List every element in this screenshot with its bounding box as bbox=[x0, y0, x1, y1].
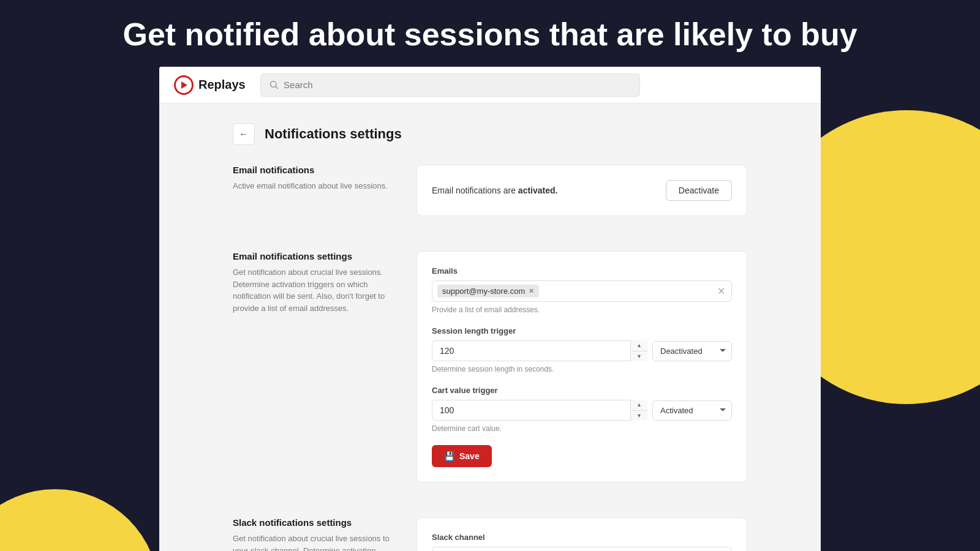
session-length-up-btn[interactable]: ▴ bbox=[631, 340, 647, 351]
email-settings-card: Emails support@my-store.com ✕ ✕ Provide … bbox=[417, 251, 747, 482]
emails-form-group: Emails support@my-store.com ✕ ✕ Provide … bbox=[432, 266, 732, 314]
chip-remove-icon[interactable]: ✕ bbox=[529, 287, 534, 295]
session-length-row: ▴ ▾ Deactivated Activated bbox=[432, 340, 732, 361]
app-header: Replays bbox=[159, 67, 821, 103]
email-notif-status-bold: activated. bbox=[518, 186, 558, 195]
divider-1 bbox=[233, 233, 747, 234]
email-settings-desc: Get notification about crucial live sess… bbox=[233, 266, 392, 314]
cart-value-input[interactable] bbox=[432, 400, 647, 421]
cart-value-form-group: Cart value trigger ▴ ▾ bbox=[432, 386, 732, 433]
session-length-spinner: ▴ ▾ bbox=[630, 340, 647, 361]
logo-text: Replays bbox=[198, 78, 246, 92]
emails-label: Emails bbox=[432, 266, 732, 276]
section-left-slack: Slack notifications settings Get notific… bbox=[233, 517, 392, 551]
hero-title: Get notified about sessions that are lik… bbox=[0, 0, 980, 67]
session-length-down-btn[interactable]: ▾ bbox=[631, 351, 647, 362]
email-chip-text: support@my-store.com bbox=[442, 287, 525, 296]
slack-settings-title: Slack notifications settings bbox=[233, 517, 392, 528]
email-notifications-desc: Active email notification about live ses… bbox=[233, 180, 392, 192]
save-button[interactable]: 💾 Save bbox=[432, 445, 492, 467]
session-length-input[interactable] bbox=[432, 340, 647, 361]
section-right-email-settings: Emails support@my-store.com ✕ ✕ Provide … bbox=[417, 251, 747, 482]
email-chips-container[interactable]: support@my-store.com ✕ ✕ bbox=[432, 280, 732, 302]
email-settings-section: Email notifications settings Get notific… bbox=[233, 251, 747, 482]
email-settings-title: Email notifications settings bbox=[233, 251, 392, 261]
cart-value-spinner: ▴ ▾ bbox=[630, 400, 647, 421]
cart-value-input-wrapper: ▴ ▾ bbox=[432, 400, 647, 421]
session-length-label: Session length trigger bbox=[432, 326, 732, 335]
session-length-status-select[interactable]: Deactivated Activated bbox=[652, 341, 732, 361]
cart-value-row: ▴ ▾ Deactivated Activated bbox=[432, 400, 732, 421]
page-header-row: ← Notifications settings bbox=[233, 123, 747, 145]
main-content: ← Notifications settings Email notificat… bbox=[159, 103, 821, 551]
cart-value-hint: Determine cart value. bbox=[432, 424, 732, 433]
deactivate-button[interactable]: Deactivate bbox=[666, 180, 732, 201]
back-button[interactable]: ← bbox=[233, 123, 255, 145]
decorative-circle-left bbox=[0, 489, 159, 551]
session-length-hint: Determine session length in seconds. bbox=[432, 365, 732, 373]
cart-value-down-btn[interactable]: ▾ bbox=[631, 411, 647, 421]
page-title: Notifications settings bbox=[265, 126, 402, 142]
slack-settings-card: Slack channel Session length trigger bbox=[417, 517, 747, 551]
search-icon bbox=[270, 80, 279, 90]
session-length-input-wrapper: ▴ ▾ bbox=[432, 340, 647, 361]
slack-settings-section: Slack notifications settings Get notific… bbox=[233, 517, 747, 551]
slack-channel-label: Slack channel bbox=[432, 533, 732, 542]
slack-channel-form-group: Slack channel bbox=[432, 533, 732, 551]
email-notifications-title: Email notifications bbox=[233, 165, 392, 175]
cart-value-label: Cart value trigger bbox=[432, 386, 732, 395]
email-chip[interactable]: support@my-store.com ✕ bbox=[437, 285, 539, 298]
email-notif-status-text: Email notifications are activated. bbox=[432, 186, 557, 195]
logo: Replays bbox=[174, 75, 246, 95]
session-length-form-group: Session length trigger ▴ ▾ bbox=[432, 326, 732, 373]
slack-settings-desc: Get notification about crucial live sess… bbox=[233, 533, 392, 551]
search-input[interactable] bbox=[284, 80, 631, 90]
save-label: Save bbox=[459, 451, 480, 461]
section-right-email-notif: Email notifications are activated. Deact… bbox=[417, 165, 747, 216]
email-notifications-section: Email notifications Active email notific… bbox=[233, 165, 747, 216]
play-triangle-icon bbox=[181, 81, 187, 89]
svg-line-1 bbox=[276, 86, 277, 88]
emails-hint: Provide a list of email addresses. bbox=[432, 305, 732, 314]
email-notifications-card: Email notifications are activated. Deact… bbox=[417, 165, 747, 216]
divider-2 bbox=[233, 500, 747, 500]
search-bar[interactable] bbox=[260, 73, 640, 97]
save-icon: 💾 bbox=[444, 451, 454, 461]
cart-value-status-select[interactable]: Deactivated Activated bbox=[652, 400, 732, 421]
section-left-email-notif: Email notifications Active email notific… bbox=[233, 165, 392, 216]
session-length-select-wrapper: Deactivated Activated bbox=[652, 341, 732, 361]
cart-value-up-btn[interactable]: ▴ bbox=[631, 400, 647, 411]
slack-channel-input[interactable] bbox=[432, 547, 732, 551]
section-left-email-settings: Email notifications settings Get notific… bbox=[233, 251, 392, 482]
logo-icon bbox=[174, 75, 194, 95]
app-container: Replays ← Notifications settings Email n… bbox=[159, 67, 821, 551]
section-right-slack: Slack channel Session length trigger bbox=[417, 517, 747, 551]
clear-all-icon[interactable]: ✕ bbox=[717, 285, 725, 297]
cart-value-select-wrapper: Deactivated Activated bbox=[652, 400, 732, 421]
